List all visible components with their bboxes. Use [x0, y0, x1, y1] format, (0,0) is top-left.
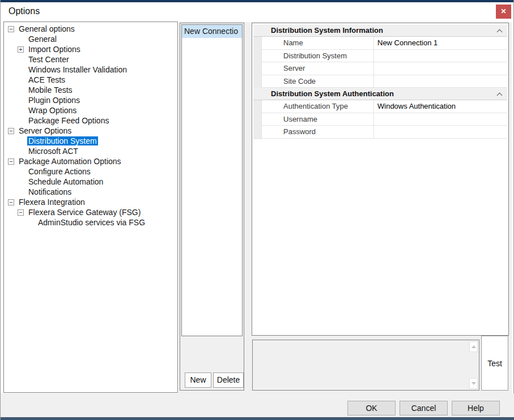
tree-collapse-icon[interactable]: − [18, 209, 24, 216]
options-tree: −General options General +Import Options… [3, 22, 178, 393]
tree-item-label: Schedule Automation [27, 177, 104, 186]
tree-collapse-icon[interactable]: − [8, 26, 14, 32]
test-output-panel [252, 340, 479, 391]
property-row-name: Name New Connection 1 [262, 37, 507, 50]
tree-item-configure-actions[interactable]: Configure Actions [4, 166, 177, 177]
test-button-label: Test [487, 359, 502, 368]
tree-item-label: AdminStudio services via FSG [37, 218, 146, 227]
tree-item-microsoft-act[interactable]: Microsoft ACT [4, 146, 177, 156]
section-header-distribution-system-authentication[interactable]: Distribution System Authentication [253, 88, 507, 100]
tree-item-label: Notifications [27, 187, 73, 196]
tree-item-label: Windows Installer Validation [27, 65, 128, 74]
property-row-authentication-type: Authentication Type Windows Authenticati… [262, 100, 507, 113]
property-label: Name [262, 37, 373, 49]
property-label: Site Code [262, 75, 373, 88]
property-grid: Distribution System Information Name New… [253, 24, 507, 139]
tree-item-schedule-automation[interactable]: Schedule Automation [4, 177, 177, 187]
tree-item-label: Package Feed Options [27, 116, 110, 125]
collapse-chevron-icon[interactable] [498, 29, 502, 33]
tree-item-label: Test Center [27, 55, 70, 64]
property-value-distribution-system[interactable] [373, 50, 507, 62]
options-dialog: Options ✕ −General options General +Impo… [0, 0, 514, 420]
property-row-password: Password [262, 126, 507, 139]
scroll-up-button[interactable] [469, 341, 478, 352]
tree-item-flexera-service-gateway[interactable]: −Flexera Service Gateway (FSG) [4, 207, 177, 217]
property-grid-panel: Distribution System Information Name New… [252, 23, 509, 336]
vertical-scrollbar[interactable] [468, 340, 479, 390]
tree-item-label: Server Options [18, 126, 73, 135]
help-button[interactable]: Help [452, 401, 500, 415]
tree-item-plugin-options[interactable]: Plugin Options [4, 95, 177, 105]
property-label: Username [262, 113, 373, 126]
scroll-down-button[interactable] [469, 378, 478, 389]
property-row-distribution-system: Distribution System [262, 50, 507, 63]
close-icon: ✕ [500, 7, 506, 15]
tree-item-wrap-options[interactable]: Wrap Options [4, 105, 177, 115]
tree-item-general[interactable]: General [4, 34, 177, 44]
test-button[interactable]: Test [481, 336, 508, 391]
tree-item-label: General options [18, 24, 76, 33]
tree-item-general-options[interactable]: −General options [4, 24, 177, 34]
section-title: Distribution System Authentication [271, 89, 394, 98]
property-value-authentication-type[interactable]: Windows Authentication [373, 100, 507, 113]
tree-collapse-icon[interactable]: − [8, 199, 14, 205]
tree-item-flexera-integration[interactable]: −Flexera Integration [4, 197, 177, 207]
tree-item-ace-tests[interactable]: ACE Tests [4, 75, 177, 85]
tree-item-notifications[interactable]: Notifications [4, 187, 177, 197]
tree-item-label: ACE Tests [27, 75, 66, 84]
connections-panel: New Connectio New Delete [180, 23, 244, 391]
property-row-server: Server [262, 62, 507, 75]
property-grid-gutter [253, 24, 262, 139]
tree-item-mobile-tests[interactable]: Mobile Tests [4, 85, 177, 95]
arrow-down-icon [471, 382, 476, 385]
collapse-chevron-icon[interactable] [498, 92, 502, 97]
test-output-text [254, 341, 467, 389]
tree-collapse-icon[interactable]: − [8, 158, 14, 165]
tree-item-package-automation-options[interactable]: −Package Automation Options [4, 156, 177, 166]
tree-item-label: Package Automation Options [18, 157, 122, 166]
title-bar: Options [1, 2, 513, 22]
tree-item-adminstudio-services-via-fsg[interactable]: AdminStudio services via FSG [4, 217, 177, 228]
tree-item-server-options[interactable]: −Server Options [4, 126, 177, 136]
tree-item-label: Import Options [27, 45, 82, 54]
property-row-site-code: Site Code [262, 75, 507, 88]
tree-item-label: Flexera Integration [18, 198, 86, 207]
tree-item-label: Mobile Tests [27, 85, 74, 95]
property-value-server[interactable] [373, 62, 507, 75]
tree-item-label: Plugin Options [27, 96, 81, 105]
section-title: Distribution System Information [271, 26, 383, 35]
tree-item-label: General [27, 35, 58, 44]
ok-button[interactable]: OK [347, 401, 396, 415]
property-value-name[interactable]: New Connection 1 [373, 37, 507, 49]
new-button[interactable]: New [185, 372, 211, 388]
window-bottom-edge [1, 417, 514, 420]
tree-item-label: Wrap Options [27, 106, 78, 115]
tree-item-test-center[interactable]: Test Center [4, 54, 177, 65]
property-label: Authentication Type [262, 100, 373, 113]
property-value-site-code[interactable] [373, 75, 507, 88]
tree-item-distribution-system[interactable]: Distribution System [4, 136, 177, 146]
tree-item-package-feed-options[interactable]: Package Feed Options [4, 115, 177, 126]
connections-list: New Connectio [181, 24, 243, 336]
arrow-up-icon [471, 345, 476, 348]
section-header-distribution-system-information[interactable]: Distribution System Information [253, 24, 507, 37]
tree-item-label: Configure Actions [27, 167, 92, 176]
tree-item-label: Microsoft ACT [27, 147, 79, 156]
tree-item-windows-installer-validation[interactable]: Windows Installer Validation [4, 65, 177, 75]
cancel-button[interactable]: Cancel [400, 401, 448, 415]
property-label: Server [262, 62, 373, 75]
tree-item-import-options[interactable]: +Import Options [4, 44, 177, 54]
delete-button[interactable]: Delete [213, 372, 244, 388]
tree-expand-icon[interactable]: + [18, 46, 24, 53]
tree-collapse-icon[interactable]: − [8, 128, 14, 134]
property-value-password[interactable] [373, 126, 507, 138]
close-button[interactable]: ✕ [496, 5, 511, 19]
tree-item-label-selected: Distribution System [27, 136, 98, 145]
property-row-username: Username [262, 113, 507, 126]
property-label: Password [262, 126, 373, 138]
window-title: Options [9, 2, 40, 20]
tree-item-label: Flexera Service Gateway (FSG) [27, 208, 142, 217]
property-value-username[interactable] [373, 113, 507, 126]
connection-list-item[interactable]: New Connectio [182, 25, 242, 38]
property-label: Distribution System [262, 50, 373, 62]
